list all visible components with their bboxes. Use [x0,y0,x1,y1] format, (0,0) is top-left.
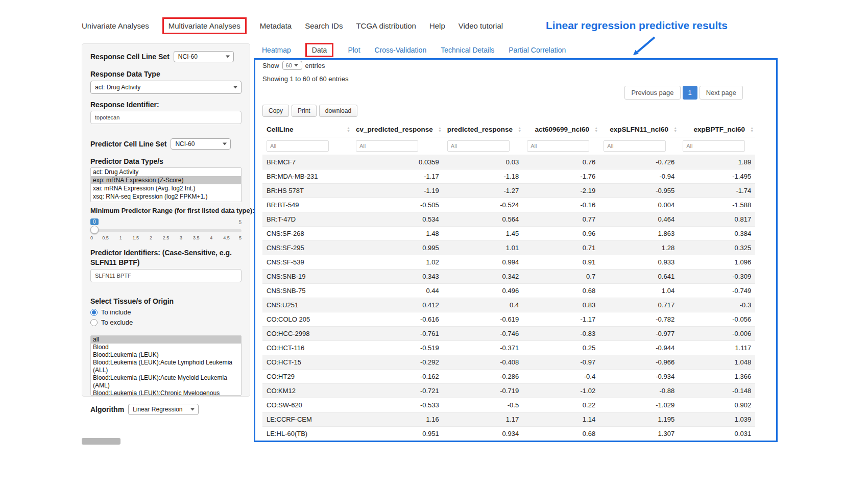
nav-item-video-tutorial[interactable]: Video tutorial [459,21,503,30]
cell-value: 0.933 [599,255,679,270]
cell-value: -0.162 [352,370,443,384]
column-header-expbptf-nci60[interactable]: expBPTF_nci60▲▼ [679,122,755,137]
tissue-listbox: allBloodBlood:Leukemia (LEUK)Blood:Leuke… [90,335,242,396]
cell-value: 0.817 [679,212,755,227]
response-data-type-select[interactable]: act: Drug Activity [90,81,242,94]
tissue-option-blood-leukemia-leuk-acute-myeloid-leukemia-aml[interactable]: Blood:Leukemia (LEUK):Acute Myeloid Leuk… [91,374,241,389]
export-buttons: CopyPrintdownload [262,105,769,117]
cell-value: 1.48 [352,227,443,241]
slider-tick-label: 3.5 [193,235,200,240]
print-button[interactable]: Print [292,105,317,117]
show-entries-suffix: entries [305,62,325,69]
response-cell-line-set-select-wrap: NCI-60 [174,51,234,62]
tab-data[interactable]: Data [305,43,334,57]
cell-value: -0.292 [352,355,443,370]
nav-item-help[interactable]: Help [429,21,445,30]
column-filter-input-expslfn11-nci60[interactable] [604,140,666,152]
slider-track[interactable] [90,229,242,232]
column-header-label: predicted_response [447,126,513,133]
cell-value: 1.096 [679,255,755,270]
column-filter-input-cv-predicted-response[interactable] [356,140,418,152]
column-header-predicted-response[interactable]: predicted_response▲▼ [443,122,523,137]
next-page-button[interactable]: Next page [700,86,743,100]
tissue-radio-to-exclude[interactable]: To exclude [90,319,242,326]
top-nav: Univariate AnalysesMultivariate Analyses… [82,17,503,34]
cell-value: -0.006 [679,327,755,341]
show-entries-select[interactable]: 60 [282,61,302,70]
cell-value: 0.717 [599,298,679,312]
cell-line-name: BR:MCF7 [262,155,352,169]
column-header-expslfn11-nci60[interactable]: expSLFN11_nci60▲▼ [599,122,679,137]
algorithm-select[interactable]: Linear Regression [128,404,199,415]
table-row: CNS:U2510.4120.40.830.717-0.3 [262,298,755,312]
cell-line-name: CNS:SNB-75 [262,284,352,298]
cell-value: 1.307 [599,427,679,441]
column-filter-input-expbptf-nci60[interactable] [683,140,745,152]
cell-value: 0.564 [443,212,523,227]
predictor-cell-line-set-select-wrap: NCI-60 [171,138,231,150]
predictor-identifiers-input[interactable] [90,269,242,282]
predictor-type-option-xsq-rna-seq-expression-log2-fpkm-1[interactable]: xsq: RNA-seq Expression (log2 FPKM+1.) [91,192,241,201]
predictor-type-option-exp-mrna-expression-z-score[interactable]: exp: mRNA Expression (Z-Score) [91,176,241,184]
nav-item-tcga-distribution[interactable]: TCGA distribution [356,21,416,30]
cell-value: 1.02 [352,255,443,270]
predictor-cell-line-set-select[interactable]: NCI-60 [171,138,231,150]
column-header-cellline[interactable]: CellLine▲▼ [262,122,352,137]
column-header-cv-predicted-response[interactable]: cv_predicted_response▲▼ [352,122,443,137]
tab-heatmap[interactable]: Heatmap [262,46,291,54]
cell-value: 0.343 [352,270,443,284]
cell-value: 1.039 [679,412,755,427]
nav-item-univariate-analyses[interactable]: Univariate Analyses [82,21,149,30]
cell-line-name: CO:HCT-116 [262,341,352,355]
cell-value: 0.902 [679,398,755,412]
cell-value: -0.056 [679,312,755,327]
response-identifier-input[interactable] [90,111,242,124]
cell-value: 1.863 [599,227,679,241]
tissue-option-blood[interactable]: Blood [91,344,241,351]
table-filter-row [262,137,755,155]
column-header-label: CellLine [267,126,294,133]
previous-page-button[interactable]: Previous page [624,86,680,100]
download-button[interactable]: download [319,105,357,117]
tissue-option-blood-leukemia-leuk-chronic-myelogenous-leukemia-cml[interactable]: Blood:Leukemia (LEUK):Chronic Myelogenou… [91,389,241,396]
cell-value: -0.977 [599,327,679,341]
radio-label: To include [101,308,131,316]
cell-value: 0.994 [443,255,523,270]
slider-handle[interactable] [90,226,99,234]
cell-line-name: BR:T-47D [262,212,352,227]
tab-technical-details[interactable]: Technical Details [441,46,494,54]
response-cell-line-set-select[interactable]: NCI-60 [174,51,234,62]
sort-icon: ▲▼ [347,127,350,133]
cell-value: 1.16 [352,412,443,427]
cell-value: 0.91 [523,255,599,270]
tab-plot[interactable]: Plot [348,46,360,54]
cell-value: -0.533 [352,398,443,412]
cell-value: 0.03 [443,155,523,169]
cell-value: 0.76 [523,155,599,169]
column-filter-input-act609699-nci60[interactable] [527,140,589,152]
predictor-type-option-xai-mrna-expression-avg-log2-int[interactable]: xai: mRNA Expression (Avg. log2 Int.) [91,184,241,192]
cell-value: 1.117 [679,341,755,355]
column-header-act609699-nci60[interactable]: act609699_nci60▲▼ [523,122,599,137]
copy-button[interactable]: Copy [262,105,289,117]
column-filter-input-cellline[interactable] [267,140,329,152]
tissue-radio-to-include[interactable]: To include [90,308,242,316]
tissue-option-blood-leukemia-leuk-acute-lymphoid-leukemia-all[interactable]: Blood:Leukemia (LEUK):Acute Lymphoid Leu… [91,359,241,374]
response-data-type-label: Response Data Type [90,69,242,79]
nav-item-multivariate-analyses[interactable]: Multivariate Analyses [162,17,247,34]
results-panel: Show 60 entries Showing 1 to 60 of 60 en… [254,58,778,442]
tab-partial-correlation[interactable]: Partial Correlation [509,46,566,54]
slider-ticks: 00.511.522.533.544.55 [90,235,242,242]
tissue-option-all[interactable]: all [91,336,241,344]
predictor-type-option-act-drug-activity[interactable]: act: Drug Activity [91,168,241,176]
page-number-button[interactable]: 1 [683,86,697,100]
nav-item-metadata[interactable]: Metadata [260,21,292,30]
tissue-option-blood-leukemia-leuk[interactable]: Blood:Leukemia (LEUK) [91,351,241,359]
cell-value: -0.966 [599,355,679,370]
cell-value: -0.4 [523,370,599,384]
column-filter-cell [599,137,679,155]
nav-item-search-ids[interactable]: Search IDs [305,21,343,30]
sidebar: Response Cell Line Set NCI-60 Response D… [82,43,250,397]
tab-cross-validation[interactable]: Cross-Validation [375,46,427,54]
column-filter-input-predicted-response[interactable] [447,140,510,152]
